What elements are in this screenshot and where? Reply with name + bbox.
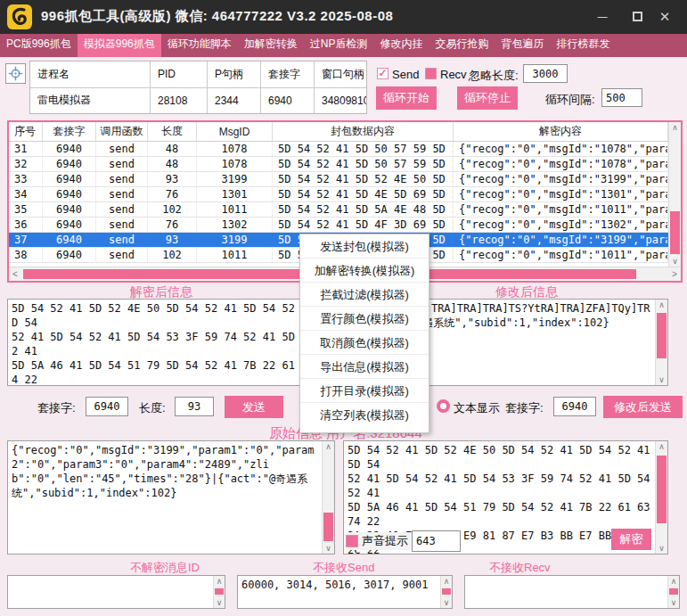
loop-stop-button[interactable]: 循环停止 [457,86,518,110]
cell-msgid: 1301 [197,187,273,201]
cell-seq: 38 [9,248,43,262]
cell-func: send [96,218,148,232]
decrypt-button[interactable]: 解密 [611,529,651,550]
col-msgid: MsgID [197,122,273,141]
loop-start-button[interactable]: 循环开始 [376,86,437,110]
scroll-up-icon[interactable]: ∧ [668,576,679,587]
sound-alert-checkbox[interactable] [346,535,358,547]
socket-input[interactable]: 6940 [86,397,128,416]
scroll-down-icon[interactable]: ∨ [656,374,667,385]
text-display-radio[interactable] [437,399,450,413]
window-title: 996抓包工具(高级版) 微信: 464777222 V3.2 2025-08-… [41,8,393,25]
no-decrypt-textarea[interactable] [7,575,225,609]
modified-send-button[interactable]: 修改后发送 [603,396,683,418]
scroll-up-icon[interactable]: ∧ [656,300,667,310]
send-checkbox[interactable]: ✓ [377,68,388,79]
scroll-thumb[interactable] [323,513,333,541]
vertical-scroll-thumb[interactable] [670,211,680,254]
send-button[interactable]: 发送 [225,396,283,418]
col-pid: PID [151,62,208,87]
no-decrypt-scrollbar[interactable]: ∧ ∨ [213,576,225,608]
menu-item-intercept-filter[interactable]: 拦截过滤(模拟器) [300,283,429,307]
scroll-down-icon[interactable]: ∨ [656,543,667,554]
scroll-thumb[interactable] [657,313,667,358]
no-recv-scrollbar[interactable]: ∧ ∨ [667,576,679,608]
original-hex-scrollbar[interactable]: ∧ ∨ [655,441,667,554]
socket2-input[interactable]: 6940 [553,397,596,416]
no-send-textarea[interactable]: 60000, 3014, 5016, 3017, 9001 [237,575,453,609]
process-row[interactable]: 雷电模拟器 28108 2344 6940 34809810 [30,88,366,114]
scroll-down-icon[interactable]: ∨ [669,256,681,267]
cell-msgid: 1302 [197,218,273,232]
recv-checkbox[interactable] [425,68,437,79]
scroll-down-icon[interactable]: ∨ [441,597,452,608]
loop-interval-label: 循环间隔: [545,92,595,108]
maximize-button[interactable] [633,12,642,21]
tab-modify-plugin[interactable]: 修改内挂 [373,34,429,53]
sound-id-input[interactable]: 643 [412,530,461,552]
packet-row[interactable]: 36 6940 send 76 1302 5D 54 52 41 5D 4F 3… [9,218,681,233]
cell-socket: 6940 [43,187,96,201]
scroll-down-icon[interactable]: ∨ [668,597,679,608]
scroll-thumb[interactable] [442,588,451,595]
cell-msgid: 1011 [197,248,273,262]
original-json-textarea[interactable]: {"recog":"0","msgId":"3199","param1":"0"… [7,440,335,554]
scroll-right-icon[interactable]: > [668,267,681,281]
scroll-thumb[interactable] [657,456,667,523]
scroll-thumb[interactable] [669,588,678,595]
scroll-up-icon[interactable]: ∧ [441,576,452,587]
modified-info-scrollbar[interactable]: ∧ ∨ [655,300,667,385]
cell-length: 102 [148,202,197,217]
no-send-scrollbar[interactable]: ∧ ∨ [440,576,452,608]
table-vertical-scrollbar[interactable]: ∧ ∨ [668,122,681,267]
scroll-up-icon[interactable]: ∧ [323,441,334,452]
text-display-label: 文本显示 [454,400,500,416]
menu-item-export-info[interactable]: 导出信息(模拟器) [300,355,429,379]
tab-emulator-capture[interactable]: 模拟器996抓包 [78,34,161,57]
scroll-thumb[interactable] [215,588,224,595]
menu-item-open-directory[interactable]: 打开目录(模拟器) [300,379,429,403]
titlebar: 996抓包工具(高级版) 微信: 464777222 V3.2 2025-08-… [0,0,687,34]
cell-decoded: {"recog":"0","msgId":"3199","param1.. [454,233,668,247]
minimize-button[interactable]: ─ [592,6,613,28]
tab-loop-script[interactable]: 循环功能脚本 [161,34,238,53]
close-button[interactable]: ✕ [654,6,675,28]
tab-encrypt-convert[interactable]: 加解密转换 [238,34,304,53]
packet-row[interactable]: 31 6940 send 48 1078 5D 54 52 41 5D 50 5… [9,142,681,157]
scroll-down-icon[interactable]: ∨ [214,597,225,608]
loop-interval-input[interactable]: 500 [601,88,642,107]
packet-row[interactable]: 32 6940 send 48 1078 5D 54 52 41 5D 50 5… [9,157,681,172]
original-json-scrollbar[interactable]: ∧ ∨ [322,441,334,554]
scroll-up-icon[interactable]: ∧ [656,441,667,452]
cell-func: send [96,157,148,171]
cell-length: 102 [148,248,197,262]
decrypted-info-textarea[interactable]: 5D 54 52 41 5D 52 4E 50 5D 54 52 41 5D 5… [7,299,335,386]
length-input[interactable]: 93 [175,397,214,416]
tab-bag-traverse[interactable]: 背包遍历 [495,34,550,53]
tab-pc-capture[interactable]: PC版996抓包 [0,34,78,53]
scroll-up-icon[interactable]: ∧ [669,122,681,133]
scroll-left-icon[interactable]: < [9,267,21,281]
tab-rank-broadcast[interactable]: 排行榜群发 [550,34,616,53]
window-picker-button[interactable] [5,63,26,84]
no-recv-textarea[interactable] [464,575,680,609]
menu-item-send-packet[interactable]: 发送封包(模拟器) [300,234,429,259]
menu-item-cancel-color[interactable]: 取消颜色(模拟器) [300,331,429,355]
cell-msgid: 1078 [197,142,273,156]
tab-np-shield[interactable]: 过NP盾检测 [304,34,374,53]
menu-item-encrypt-convert[interactable]: 加解密转换(模拟器) [300,259,429,283]
ignore-length-input[interactable]: 3000 [523,64,568,83]
no-send-box: 60000, 3014, 5016, 3017, 9001 ∧ ∨ [237,575,453,609]
cell-packet-data: 5D 54 52 41 5D 52 4E 50 5D 5... [273,172,454,186]
scroll-up-icon[interactable]: ∧ [214,576,225,587]
packet-row[interactable]: 35 6940 send 102 1011 5D 54 52 41 5D 5A … [9,202,681,218]
packet-row[interactable]: 34 6940 send 76 1301 5D 54 52 41 5D 4E 5… [9,187,681,202]
menu-item-clear-list[interactable]: 清空列表(模拟器) [300,403,429,427]
cell-length: 76 [148,218,197,232]
tab-trade-snipe[interactable]: 交易行抢购 [429,34,495,53]
menu-item-set-row-color[interactable]: 置行颜色(模拟器) [300,307,429,331]
packet-row[interactable]: 33 6940 send 93 3199 5D 54 52 41 5D 52 4… [9,172,681,187]
scroll-down-icon[interactable]: ∨ [323,543,334,554]
original-json-box: {"recog":"0","msgId":"3199","param1":"0"… [7,440,335,554]
cell-seq: 36 [9,218,43,232]
